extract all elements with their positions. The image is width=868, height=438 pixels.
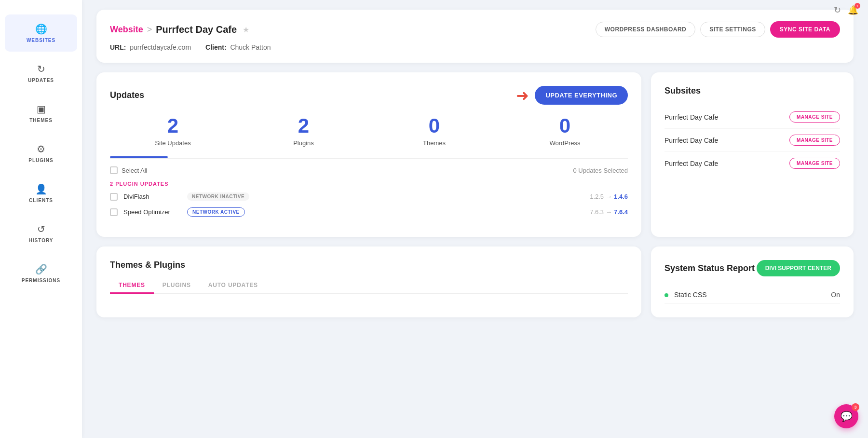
version-from-diviflash: 1.2.5	[590, 193, 604, 200]
subsite-name-2: Purrfect Day Cafe	[665, 137, 718, 144]
subsite-name-3: Purrfect Day Cafe	[665, 160, 718, 167]
subsite-row-3: Purrfect Day Cafe MANAGE SITE	[665, 152, 840, 175]
sidebar-item-themes[interactable]: ▣ THEMES	[5, 95, 77, 132]
sidebar-label-updates: UPDATES	[28, 78, 54, 83]
select-all-label[interactable]: Select All	[110, 166, 147, 174]
stat-number-themes: 0	[429, 114, 440, 137]
history-icon: ↺	[37, 223, 45, 235]
sidebar-item-plugins[interactable]: ⚙ PLUGINS	[5, 135, 77, 172]
plugin-badge-speed-optimizer: NETWORK ACTIVE	[187, 207, 245, 217]
version-speed-optimizer: 7.6.3 → 7.6.4	[590, 208, 628, 216]
subsite-name-1: Purrfect Day Cafe	[665, 113, 718, 121]
breadcrumb-separator: >	[147, 25, 152, 35]
status-row-static-css: Static CSS On	[665, 286, 840, 304]
sidebar-label-permissions: PERMISSIONS	[22, 278, 60, 283]
updates-header: Updates ➜ UPDATE EVERYTHING	[110, 86, 628, 105]
stat-label-site-updates: Site Updates	[155, 139, 190, 147]
plugin-checkbox-speed-optimizer[interactable]	[110, 208, 118, 216]
tab-themes[interactable]: THEMES	[110, 278, 154, 294]
system-status-card: System Status Report DIVI SUPPORT CENTER…	[651, 246, 854, 317]
plugin-updates-label: 2 PLUGIN UPDATES	[110, 181, 628, 187]
updates-icon: ↻	[37, 63, 45, 75]
tab-auto-updates[interactable]: AUTO UPDATES	[200, 278, 267, 294]
content-grid: Updates ➜ UPDATE EVERYTHING 2 Site Updat…	[96, 72, 854, 237]
stat-number-site-updates: 2	[167, 114, 178, 137]
updates-tab-bar	[110, 156, 628, 159]
stat-number-wordpress: 0	[559, 114, 570, 137]
system-status-header: System Status Report DIVI SUPPORT CENTER	[665, 260, 840, 276]
sync-site-data-button[interactable]: SYNC SITE DATA	[770, 21, 840, 38]
sidebar-label-clients: CLIENTS	[29, 198, 53, 203]
themes-plugins-title: Themes & Plugins	[110, 260, 628, 270]
url-label: URL:	[110, 43, 126, 51]
sidebar-label-websites: WEBSITES	[27, 38, 55, 43]
header-card: Website > Purrfect Day Cafe ★ WORDPRESS …	[96, 10, 854, 63]
wordpress-dashboard-button[interactable]: WORDPRESS DASHBOARD	[596, 22, 696, 37]
status-value-static-css: On	[831, 291, 840, 299]
favorite-icon[interactable]: ★	[243, 25, 249, 34]
themes-plugins-tabs: THEMES PLUGINS AUTO UPDATES	[110, 278, 628, 294]
chat-button[interactable]: 💬 3	[834, 404, 858, 428]
sidebar-item-updates[interactable]: ↻ UPDATES	[5, 55, 77, 92]
stat-themes: 0 Themes	[371, 114, 497, 147]
subsites-title: Subsites	[665, 86, 840, 96]
sidebar-item-clients[interactable]: 👤 CLIENTS	[5, 175, 77, 212]
sidebar-label-plugins: PLUGINS	[28, 158, 53, 163]
sidebar-label-history: HISTORY	[29, 238, 54, 243]
version-arrow-diviflash: →	[606, 193, 612, 200]
stat-label-themes: Themes	[423, 139, 446, 147]
refresh-icon[interactable]: ↻	[834, 5, 841, 15]
url-value: purrfectdaycafe.com	[130, 43, 191, 51]
manage-site-button-3[interactable]: MANAGE SITE	[789, 158, 840, 169]
version-to-diviflash: 1.4.6	[614, 193, 628, 200]
plugin-name-speed-optimizer: Speed Optimizer	[123, 208, 181, 216]
select-all-row: Select All 0 Updates Selected	[110, 166, 628, 174]
chat-icon: 💬	[841, 411, 853, 422]
subsites-card: Subsites Purrfect Day Cafe MANAGE SITE P…	[651, 72, 854, 237]
version-from-speed-optimizer: 7.6.3	[590, 208, 604, 216]
manage-site-button-1[interactable]: MANAGE SITE	[789, 111, 840, 123]
sidebar-item-permissions[interactable]: 🔗 PERMISSIONS	[5, 255, 77, 292]
plugins-icon: ⚙	[37, 143, 45, 155]
chat-badge: 3	[852, 403, 859, 411]
arrow-right-icon: ➜	[516, 86, 529, 105]
notification-icon[interactable]: 🔔 1	[848, 5, 858, 15]
breadcrumb-website[interactable]: Website	[110, 25, 143, 35]
url-meta: URL: purrfectdaycafe.com	[110, 43, 191, 51]
update-everything-button[interactable]: UPDATE EVERYTHING	[535, 86, 628, 105]
header-top: Website > Purrfect Day Cafe ★ WORDPRESS …	[110, 21, 840, 38]
breadcrumb: Website > Purrfect Day Cafe ★	[110, 24, 249, 35]
themes-icon: ▣	[37, 103, 46, 115]
manage-site-button-2[interactable]: MANAGE SITE	[789, 135, 840, 146]
updates-selected-count: 0 Updates Selected	[573, 167, 628, 174]
stat-plugins: 2 Plugins	[241, 114, 366, 147]
plugin-row-diviflash: DiviFlash NETWORK INACTIVE 1.2.5 → 1.4.6	[110, 192, 628, 201]
plugin-name-diviflash: DiviFlash	[123, 193, 181, 200]
themes-plugins-card: Themes & Plugins THEMES PLUGINS AUTO UPD…	[96, 246, 641, 317]
plugin-row-speed-optimizer: Speed Optimizer NETWORK ACTIVE 7.6.3 → 7…	[110, 207, 628, 217]
top-bar: ↻ 🔔 1	[824, 0, 868, 20]
status-dot-static-css	[665, 293, 668, 297]
main-content: Website > Purrfect Day Cafe ★ WORDPRESS …	[82, 0, 868, 438]
site-settings-button[interactable]: SITE SETTINGS	[700, 22, 765, 37]
divi-support-center-button[interactable]: DIVI SUPPORT CENTER	[757, 260, 840, 276]
version-arrow-speed-optimizer: →	[606, 208, 612, 216]
client-label: Client:	[205, 43, 227, 51]
plugin-badge-diviflash: NETWORK INACTIVE	[187, 192, 249, 201]
version-to-speed-optimizer: 7.6.4	[614, 208, 628, 216]
layout: 🌐 WEBSITES ↻ UPDATES ▣ THEMES ⚙ PLUGINS …	[0, 0, 868, 438]
plugin-checkbox-diviflash[interactable]	[110, 193, 118, 201]
sidebar-item-history[interactable]: ↺ HISTORY	[5, 215, 77, 252]
globe-icon: 🌐	[35, 23, 47, 35]
stat-site-updates: 2 Site Updates	[110, 114, 236, 147]
update-everything-wrapper: ➜ UPDATE EVERYTHING	[516, 86, 628, 105]
select-all-checkbox[interactable]	[110, 166, 118, 174]
version-diviflash: 1.2.5 → 1.4.6	[590, 193, 628, 200]
stats-row: 2 Site Updates 2 Plugins 0 Themes 0 Word…	[110, 114, 628, 147]
clients-icon: 👤	[35, 183, 47, 195]
stat-number-plugins: 2	[298, 114, 309, 137]
sidebar-item-websites[interactable]: 🌐 WEBSITES	[5, 14, 77, 52]
status-label-static-css: Static CSS	[665, 291, 707, 299]
tab-plugins[interactable]: PLUGINS	[154, 278, 200, 294]
updates-card: Updates ➜ UPDATE EVERYTHING 2 Site Updat…	[96, 72, 641, 237]
